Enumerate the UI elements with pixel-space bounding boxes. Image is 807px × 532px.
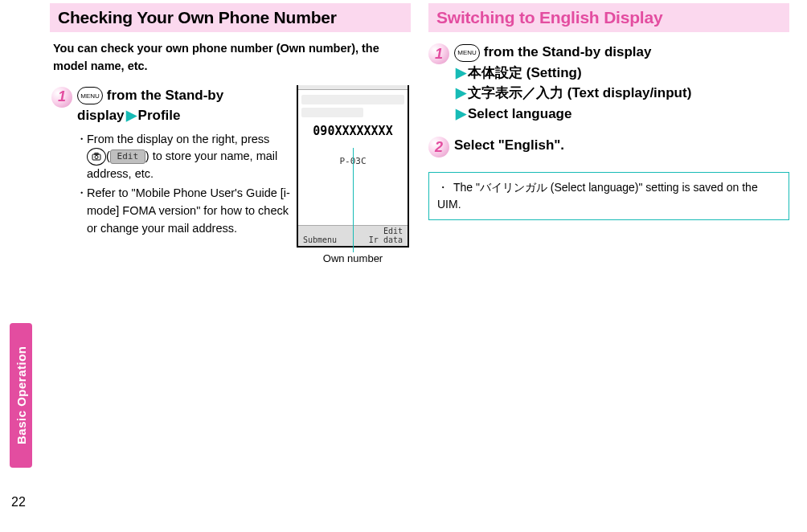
phone-placeholder-row xyxy=(301,95,404,104)
softkey-right: Ir data xyxy=(369,235,403,244)
callout-line xyxy=(353,148,354,252)
step-line: 文字表示／入力 (Text display/input) xyxy=(468,85,691,100)
svg-point-2 xyxy=(95,156,98,159)
step-line: 本体設定 (Setting) xyxy=(468,65,582,80)
step-number: 1 xyxy=(51,87,72,108)
softkey-left: Submenu xyxy=(303,235,337,244)
menu-button-icon: MENU xyxy=(454,44,480,62)
right-column: Switching to English Display 1 MENU from… xyxy=(428,3,789,529)
side-strip: Basic Operation 22 xyxy=(0,0,37,532)
main-columns: Checking Your Own Phone Number You can c… xyxy=(37,0,807,532)
phone-screenshot: ▯◢▯ ▯ Profile 090XXXXXXXX P-03C Edit xyxy=(297,85,409,264)
left-column: Checking Your Own Phone Number You can c… xyxy=(50,3,411,529)
step-number: 1 xyxy=(428,43,449,64)
step-text: Select "English". xyxy=(454,137,564,153)
bullet-item: From the display on the right, press (Ed… xyxy=(77,131,292,184)
phone-own-number: 090XXXXXXXX xyxy=(301,124,404,138)
page: Basic Operation 22 Checking Your Own Pho… xyxy=(0,0,807,532)
menu-button-icon: MENU xyxy=(77,87,103,104)
step-number: 2 xyxy=(428,137,449,158)
edit-chip-icon: Edit xyxy=(110,149,145,164)
phone-caption: Own number xyxy=(297,252,409,264)
step-profile: Profile xyxy=(138,108,181,123)
left-step-1: 1 MENU from the Stand-by display▶Profile… xyxy=(51,85,292,239)
triangle-icon: ▶ xyxy=(456,85,466,100)
step-body: MENU from the Stand-by display▶Profile F… xyxy=(77,85,292,239)
right-step-1: 1 MENU from the Stand-by display ▶本体設定 (… xyxy=(428,42,789,124)
section-tab-label: Basic Operation xyxy=(10,323,32,468)
left-intro: You can check your own phone number (Own… xyxy=(50,32,411,85)
step-bullets: From the display on the right, press (Ed… xyxy=(77,131,292,238)
section-tab: Basic Operation xyxy=(10,323,32,468)
step-text-part: from the Stand-by display xyxy=(480,44,651,59)
bullet-text: From the display on the right, press xyxy=(87,133,269,145)
left-step-wrap: ▯◢▯ ▯ Profile 090XXXXXXXX P-03C Edit xyxy=(50,85,411,264)
note-text: The "バイリンガル (Select language)" setting i… xyxy=(437,181,758,211)
step-line: Select language xyxy=(468,106,571,121)
bullet-text: Refer to "Mobile Phone User's Guide [i-m… xyxy=(87,186,290,235)
triangle-icon: ▶ xyxy=(456,65,466,80)
triangle-icon: ▶ xyxy=(456,106,466,121)
step-body: MENU from the Stand-by display ▶本体設定 (Se… xyxy=(454,42,789,124)
left-section-title: Checking Your Own Phone Number xyxy=(50,3,411,32)
camera-button-icon xyxy=(87,148,106,166)
right-step-2: 2 Select "English". xyxy=(428,135,789,158)
step-body: Select "English". xyxy=(454,135,789,156)
softkey-center: Edit xyxy=(383,227,403,235)
bullet-item: Refer to "Mobile Phone User's Guide [i-m… xyxy=(77,185,292,237)
page-number: 22 xyxy=(11,495,26,509)
right-section-title: Switching to English Display xyxy=(428,3,789,32)
triangle-icon: ▶ xyxy=(126,108,137,123)
note-box: The "バイリンガル (Select language)" setting i… xyxy=(428,172,789,220)
phone-placeholder-row xyxy=(301,108,363,117)
